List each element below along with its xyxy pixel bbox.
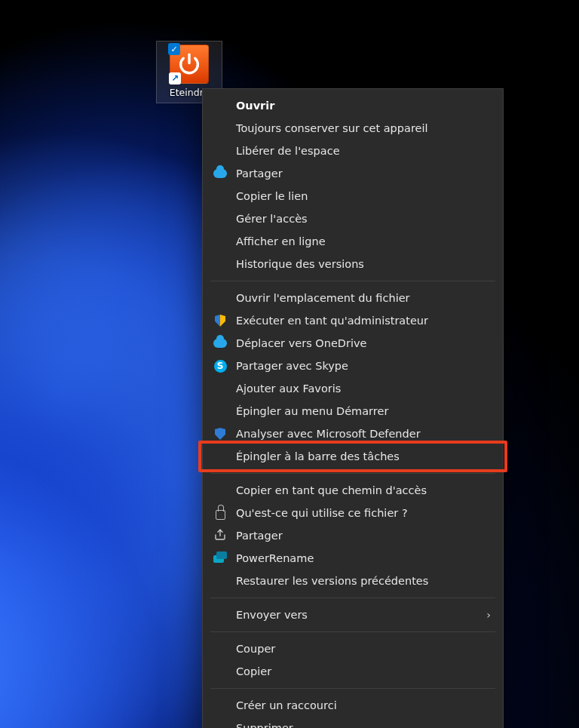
cloud-icon: [213, 167, 227, 180]
context-menu-item-label: Gérer l'accès: [236, 213, 308, 225]
context-menu-item-label: Partager: [236, 167, 283, 180]
context-menu-item[interactable]: Qu'est-ce qui utilise ce fichier ?: [203, 502, 503, 524]
context-menu-item-label: Supprimer: [236, 722, 293, 728]
context-menu-item-label: Analyser avec Microsoft Defender: [236, 428, 421, 440]
context-menu-item[interactable]: Partager avec Skype: [203, 355, 503, 377]
context-menu-separator: [210, 597, 495, 598]
context-menu-item-label: Épingler au menu Démarrer: [236, 405, 388, 417]
context-menu-item[interactable]: Ouvrir: [203, 94, 503, 117]
context-menu-item-label: Épingler à la barre des tâches: [236, 450, 400, 462]
context-menu-item[interactable]: Créer un raccourci: [203, 694, 503, 717]
context-menu-item[interactable]: Épingler au menu Démarrer: [203, 400, 503, 422]
context-menu-item-label: PowerRename: [236, 552, 314, 564]
context-menu-item-label: Qu'est-ce qui utilise ce fichier ?: [236, 507, 408, 519]
context-menu-item[interactable]: Épingler à la barre des tâches: [203, 445, 503, 468]
shortcut-arrow-badge: [169, 72, 181, 84]
context-menu-item-label: Ouvrir l'emplacement du fichier: [236, 292, 410, 304]
context-menu-item[interactable]: Historique des versions: [203, 253, 503, 275]
context-menu-item[interactable]: Analyser avec Microsoft Defender: [203, 422, 503, 445]
context-menu-item-label: Copier en tant que chemin d'accès: [236, 484, 427, 496]
shortcut-tile: [170, 45, 209, 84]
context-menu-item-label: Partager: [236, 530, 283, 542]
context-menu-item[interactable]: Ouvrir l'emplacement du fichier: [203, 287, 503, 309]
context-menu-item-label: Créer un raccourci: [236, 699, 337, 711]
powerrename-icon: [213, 551, 227, 565]
context-menu-item[interactable]: Couper: [203, 637, 503, 660]
shield-uac-icon: [213, 314, 227, 327]
chevron-right-icon: ›: [486, 609, 491, 621]
context-menu-item-label: Ouvrir: [236, 100, 274, 112]
context-menu-item-label: Exécuter en tant qu'administrateur: [236, 315, 428, 327]
lock-icon: [213, 506, 227, 520]
context-menu-item[interactable]: Toujours conserver sur cet appareil: [203, 117, 503, 140]
context-menu-item-label: Afficher en ligne: [236, 235, 326, 247]
context-menu-item-label: Couper: [236, 643, 275, 655]
context-menu-item-label: Déplacer vers OneDrive: [236, 337, 366, 349]
context-menu-separator: [210, 688, 495, 689]
share-icon: [213, 529, 227, 542]
context-menu-separator: [210, 473, 495, 474]
context-menu-item-label: Ajouter aux Favoris: [236, 382, 341, 395]
cloud-icon: [213, 336, 227, 350]
context-menu-item[interactable]: Déplacer vers OneDrive: [203, 332, 503, 355]
context-menu-item[interactable]: Libérer de l'espace: [203, 140, 503, 162]
context-menu: OuvrirToujours conserver sur cet apparei…: [202, 88, 504, 728]
context-menu-item[interactable]: Partager: [203, 162, 503, 185]
context-menu-item[interactable]: PowerRename: [203, 547, 503, 570]
context-menu-item[interactable]: Supprimer: [203, 717, 503, 728]
context-menu-item-label: Envoyer vers: [236, 609, 308, 621]
context-menu-item[interactable]: Copier en tant que chemin d'accès: [203, 479, 503, 502]
shield-icon: [213, 427, 227, 441]
context-menu-item[interactable]: Afficher en ligne: [203, 230, 503, 253]
context-menu-item-label: Partager avec Skype: [236, 360, 348, 372]
context-menu-separator: [210, 281, 495, 281]
context-menu-separator: [210, 631, 495, 632]
context-menu-item-label: Historique des versions: [236, 258, 364, 270]
context-menu-item-label: Copier le lien: [236, 190, 308, 202]
context-menu-item[interactable]: Exécuter en tant qu'administrateur: [203, 309, 503, 332]
context-menu-item-label: Copier: [236, 665, 271, 677]
context-menu-item-label: Toujours conserver sur cet appareil: [236, 122, 428, 134]
context-menu-item-label: Restaurer les versions précédentes: [236, 575, 428, 587]
context-menu-item[interactable]: Copier le lien: [203, 185, 503, 207]
context-menu-item[interactable]: Partager: [203, 524, 503, 547]
context-menu-item[interactable]: Gérer l'accès: [203, 207, 503, 230]
skype-icon: [213, 359, 227, 373]
context-menu-item[interactable]: Restaurer les versions précédentes: [203, 570, 503, 592]
context-menu-item[interactable]: Ajouter aux Favoris: [203, 377, 503, 400]
context-menu-item-label: Libérer de l'espace: [236, 145, 340, 157]
context-menu-item[interactable]: Copier: [203, 660, 503, 683]
context-menu-item[interactable]: Envoyer vers›: [203, 604, 503, 626]
